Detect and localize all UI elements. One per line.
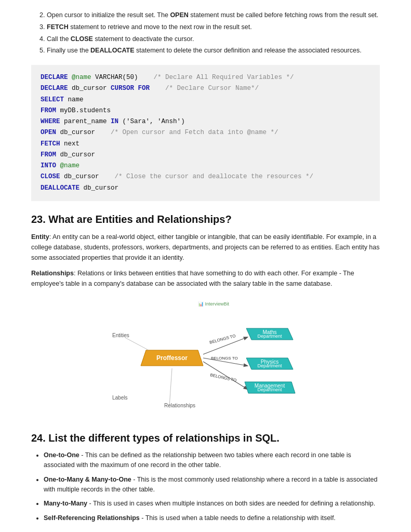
svg-text:Department: Department bbox=[257, 334, 282, 339]
svg-text:Relationships: Relationships bbox=[164, 403, 195, 408]
svg-text:Labels: Labels bbox=[112, 395, 127, 401]
entity-label: Entity bbox=[31, 233, 49, 241]
section24-title: 24. List the different types of relation… bbox=[31, 432, 380, 444]
svg-line-21 bbox=[125, 338, 149, 350]
list-item-self-referencing: Self-Referencing Relationships - This is… bbox=[44, 513, 380, 523]
er-diagram-svg: 📊 InterviewBit Entities Labels Relations… bbox=[97, 298, 315, 418]
section23-title: 23. What are Entities and Relationships? bbox=[31, 214, 380, 225]
list-item-5: Finally use the DEALLOCATE statement to … bbox=[47, 46, 380, 56]
svg-text:Proffessor: Proffessor bbox=[156, 354, 187, 362]
er-diagram: 📊 InterviewBit Entities Labels Relations… bbox=[97, 298, 315, 418]
svg-text:Department: Department bbox=[257, 387, 282, 392]
list-item-2: Open cursor to initialize the result set… bbox=[47, 10, 380, 20]
svg-text:Department: Department bbox=[257, 363, 282, 368]
svg-line-22 bbox=[169, 368, 172, 406]
svg-text:📊 InterviewBit: 📊 InterviewBit bbox=[198, 301, 230, 307]
relationships-label: Relationships bbox=[31, 270, 74, 277]
list-item-one-to-one: One-to-One - This can be defined as the … bbox=[44, 450, 380, 471]
relationships-list: One-to-One - This can be defined as the … bbox=[31, 450, 380, 523]
svg-text:Entities: Entities bbox=[112, 332, 129, 338]
list-item-many-to-many: Many-to-Many - This is used in cases whe… bbox=[44, 499, 380, 509]
intro-list: Open cursor to initialize the result set… bbox=[31, 10, 380, 56]
svg-text:BELONGS TO: BELONGS TO bbox=[211, 356, 238, 361]
code-block: DECLARE @name VARCHAR(50) /* Declare All… bbox=[31, 65, 380, 201]
relationships-text: : Relations or links between entities th… bbox=[31, 270, 354, 287]
list-item-one-to-many: One-to-Many & Many-to-One - This is the … bbox=[44, 475, 380, 495]
list-item-4: Call the CLOSE statement to deactivate t… bbox=[47, 34, 380, 44]
entity-paragraph: Entity: An entity can be a real-world ob… bbox=[31, 232, 380, 263]
entity-text: : An entity can be a real-world object, … bbox=[31, 233, 380, 261]
relationships-paragraph: Relationships: Relations or links betwee… bbox=[31, 268, 380, 289]
list-item-3: FETCH statement to retrieve and move to … bbox=[47, 22, 380, 32]
